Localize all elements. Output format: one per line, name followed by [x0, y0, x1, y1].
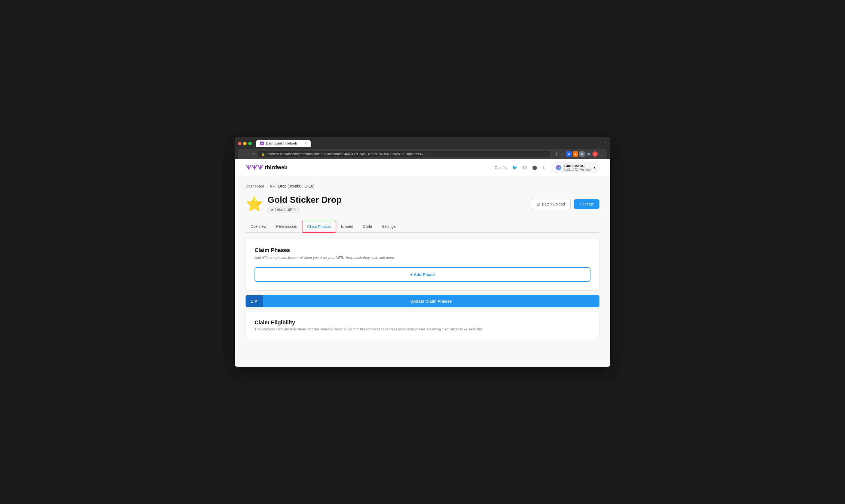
theme-toggle[interactable]: ☾ [542, 165, 546, 170]
tab-claim-phases[interactable]: Claim Phases [302, 221, 336, 233]
nav-right: Guides 🐦 ⬡ ⬤ ☾ ⟳ 9.4810 MATIC 0x9E...072… [495, 162, 599, 173]
puzzle-icon: ⧉ [581, 153, 583, 156]
update-bar: 1 ⇄ Update Claim Phases [246, 295, 599, 307]
tab-overview[interactable]: Overview [246, 221, 271, 232]
batch-upload-icon: ⊞ [537, 202, 540, 206]
back-button[interactable]: ← [241, 151, 246, 157]
batch-upload-label: Batch Upload [542, 202, 565, 206]
share-button[interactable]: ⬆ [555, 152, 558, 156]
breadcrumb-current: NFT Drop (0x6ab0...8F18) [270, 184, 314, 188]
new-tab-button[interactable]: + [311, 141, 318, 147]
wallet-dropdown-icon: ▾ [593, 165, 595, 169]
user-avatar[interactable]: S [592, 151, 598, 157]
wallet-glyph: ⟳ [558, 166, 560, 169]
top-nav: ᗐᗐᗐ thirdweb Guides 🐦 ⬡ ⬤ ☾ ⟳ 9.4810 MAT… [235, 159, 610, 176]
bookmark-button[interactable]: ☆ [560, 152, 564, 156]
claim-phases-title: Claim Phases [254, 247, 591, 253]
contract-info: ⭐ Gold Sticker Drop ⧉ 0x6ab0...8F18 [246, 195, 342, 213]
browser-tab[interactable]: W Dashboard | thirdweb × [256, 140, 311, 147]
logo-icon: ᗐᗐᗐ [246, 164, 263, 172]
logo-text: thirdweb [265, 164, 287, 170]
forward-button[interactable]: → [247, 151, 251, 157]
tab-code-label: Code [363, 224, 372, 229]
extension-icons: ◉ ◈ ⧉ ▥ S [566, 151, 598, 157]
tab-claim-phases-label: Claim Phases [307, 224, 331, 229]
update-counter-value: 1 ⇄ [251, 299, 257, 303]
tab-title: Dashboard | thirdweb [266, 142, 297, 145]
extension-puzzle[interactable]: ⧉ [579, 151, 585, 157]
guides-link[interactable]: Guides [495, 165, 507, 170]
tab-bar: W Dashboard | thirdweb × + [256, 140, 602, 147]
nav-arrows: ← → ↻ [241, 151, 255, 157]
batch-upload-button[interactable]: ⊞ Batch Upload [531, 199, 571, 209]
logo[interactable]: ᗐᗐᗐ thirdweb [246, 164, 287, 172]
tab-embed-label: Embed [341, 224, 353, 229]
menu-button[interactable]: ⋮ [600, 152, 604, 156]
tab-settings-label: Settings [382, 224, 396, 229]
claim-eligibility-card: Claim Eligibility This contracts claim e… [246, 311, 599, 339]
github-icon[interactable]: ⬤ [532, 165, 537, 170]
tab-embed[interactable]: Embed [336, 221, 358, 232]
update-claim-phases-button[interactable]: Update Claim Phases [263, 295, 599, 307]
copy-icon: ⧉ [271, 208, 273, 212]
contract-address-badge[interactable]: ⧉ 0x6ab0...8F18 [268, 206, 299, 213]
address-bar[interactable]: 🔒 thirdweb.com/dashboard/mumbai/nft-drop… [258, 151, 550, 157]
update-claim-phases-label: Update Claim Phases [411, 299, 452, 303]
update-counter: 1 ⇄ [246, 295, 263, 307]
refresh-button[interactable]: ↻ [252, 151, 255, 157]
contract-actions: ⊞ Batch Upload + Create [531, 199, 599, 209]
contract-details: Gold Sticker Drop ⧉ 0x6ab0...8F18 [268, 195, 342, 213]
ext-icon-2-glyph: ◈ [575, 153, 577, 156]
address-bar-row: ← → ↻ 🔒 thirdweb.com/dashboard/mumbai/nf… [238, 149, 607, 159]
add-phase-label: + Add Phase [410, 272, 435, 277]
minimize-window-button[interactable] [243, 142, 247, 145]
create-label: + Create [579, 202, 594, 206]
contract-icon: ⭐ [246, 196, 263, 212]
window-controls: ⌃ [604, 142, 607, 145]
wallet-icon: ⟳ [556, 165, 561, 170]
contract-name: Gold Sticker Drop [268, 195, 342, 205]
contract-header: ⭐ Gold Sticker Drop ⧉ 0x6ab0...8F18 ⊞ Ba… [246, 195, 599, 213]
wallet-info: 9.4810 MATIC 0x9E...072 (Mumbai) [563, 164, 591, 171]
close-window-button[interactable] [238, 142, 241, 145]
address-text: thirdweb.com/dashboard/mumbai/nft-drop/0… [267, 152, 423, 156]
sidebar-icon: ▥ [588, 153, 590, 156]
browser-chrome: W Dashboard | thirdweb × + ⌃ ← → ↻ 🔒 thi… [235, 137, 610, 159]
claim-eligibility-description: This contracts claim eligibility stores … [254, 327, 591, 331]
browser-controls: W Dashboard | thirdweb × + ⌃ [238, 140, 607, 147]
wallet-balance: 9.4810 MATIC [563, 164, 585, 168]
contract-address: 0x6ab0...8F18 [275, 208, 295, 212]
extension-metamask[interactable]: ◉ [566, 151, 572, 157]
create-button[interactable]: + Create [574, 199, 599, 209]
add-phase-button[interactable]: + Add Phase [254, 267, 591, 282]
tab-overview-label: Overview [250, 224, 266, 229]
tabs-bar: Overview Permissions Claim Phases Embed … [246, 221, 599, 233]
wallet-address: 0x9E...072 (Mumbai) [563, 168, 591, 171]
page-content: ᗐᗐᗐ thirdweb Guides 🐦 ⬡ ⬤ ☾ ⟳ 9.4810 MAT… [235, 159, 610, 367]
tab-favicon: W [260, 142, 264, 145]
breadcrumb-separator: › [267, 184, 268, 188]
breadcrumb-home[interactable]: Dashboard [246, 184, 264, 188]
page-body: Dashboard › NFT Drop (0x6ab0...8F18) ⭐ G… [235, 176, 610, 367]
maximize-window-button[interactable] [248, 142, 252, 145]
browser-actions: ⬆ ☆ ◉ ◈ ⧉ ▥ S [555, 151, 604, 157]
discord-icon[interactable]: ⬡ [523, 165, 527, 170]
claim-eligibility-title: Claim Eligibility [254, 320, 591, 326]
traffic-lights [238, 142, 252, 145]
wallet-button[interactable]: ⟳ 9.4810 MATIC 0x9E...072 (Mumbai) ▾ [552, 162, 599, 173]
tab-code[interactable]: Code [358, 221, 377, 232]
breadcrumb: Dashboard › NFT Drop (0x6ab0...8F18) [246, 184, 599, 188]
extension-sidebar[interactable]: ▥ [586, 151, 591, 157]
extension-icon-2[interactable]: ◈ [573, 151, 578, 157]
favicon-letter: W [261, 142, 263, 145]
tab-permissions[interactable]: Permissions [271, 221, 302, 232]
tab-close-button[interactable]: × [305, 142, 307, 145]
lock-icon: 🔒 [261, 152, 265, 156]
avatar-letter: S [594, 153, 596, 156]
twitter-icon[interactable]: 🐦 [512, 165, 518, 170]
claim-phases-card: Claim Phases Add different phases to con… [246, 238, 599, 291]
tab-permissions-label: Permissions [276, 224, 297, 229]
claim-phases-description: Add different phases to control when you… [254, 255, 591, 259]
metamask-icon: ◉ [568, 153, 570, 156]
tab-settings[interactable]: Settings [377, 221, 401, 232]
